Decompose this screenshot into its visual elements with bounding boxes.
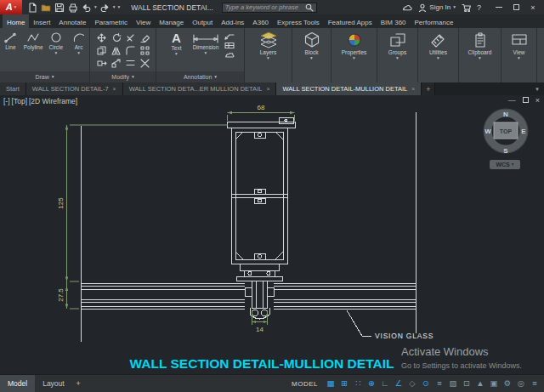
erase-icon[interactable]: [139, 32, 150, 43]
scale-icon[interactable]: [110, 58, 122, 69]
text-tool-button[interactable]: A Text ▾: [166, 30, 187, 71]
tab-bim360[interactable]: BIM 360: [377, 14, 411, 28]
new-file-button[interactable]: [26, 2, 37, 13]
dim-bottom-text[interactable]: 14: [256, 326, 264, 333]
utilities-button[interactable]: Utilities ▾: [418, 28, 458, 61]
open-file-button[interactable]: [40, 2, 51, 13]
dim-top-text[interactable]: 68: [258, 104, 265, 111]
drawing-title-text[interactable]: WALL SECTION DETAIL-MULLION DETAIL: [130, 356, 394, 371]
ortho-icon[interactable]: ∟: [378, 375, 392, 392]
viewcube-west[interactable]: W: [484, 128, 491, 135]
snap-icon[interactable]: ⊞: [337, 375, 351, 392]
search-icon[interactable]: [305, 3, 314, 12]
new-layout-button[interactable]: +: [72, 375, 85, 392]
circle-dropdown-icon[interactable]: ▾: [54, 51, 57, 56]
redo-dropdown-icon[interactable]: ▾: [113, 5, 116, 10]
canvas-restore-button[interactable]: [523, 96, 529, 105]
visual-style-menu-control[interactable]: [2D Wireframe]: [29, 97, 77, 105]
tab-parametric[interactable]: Parametric: [90, 14, 132, 28]
offset-icon[interactable]: [125, 58, 136, 69]
undo-button[interactable]: [81, 2, 92, 13]
search-box[interactable]: [222, 3, 317, 13]
customization-icon[interactable]: ≡: [528, 375, 541, 392]
line-tool-button[interactable]: Line: [0, 30, 21, 71]
viewcube-east[interactable]: E: [521, 128, 526, 135]
fillet-icon[interactable]: [125, 45, 136, 56]
model-space-indicator[interactable]: MODEL: [292, 380, 318, 388]
viewcube-south[interactable]: S: [503, 147, 508, 155]
mirror-icon[interactable]: [110, 45, 122, 56]
plot-button[interactable]: [67, 2, 78, 13]
groups-button[interactable]: Groups ▾: [377, 28, 417, 61]
a360-cloud-icon[interactable]: [402, 4, 412, 11]
grid-icon[interactable]: ▦: [324, 375, 337, 392]
vision-glass-leader[interactable]: [347, 310, 371, 336]
view-button[interactable]: View ▾: [502, 28, 536, 61]
wcs-dropdown[interactable]: WCS ▾: [490, 160, 520, 169]
viewcube[interactable]: N W E S TOP: [476, 102, 536, 158]
tab-home[interactable]: Home: [3, 14, 29, 28]
model-tab[interactable]: Model: [0, 375, 35, 392]
move-icon[interactable]: [96, 32, 107, 43]
properties-button[interactable]: Properties ▾: [332, 28, 377, 61]
tab-performance[interactable]: Performance: [411, 14, 458, 28]
explode-icon[interactable]: [139, 58, 150, 69]
block-button[interactable]: Block ▾: [292, 28, 331, 61]
file-tab-mullion-detail[interactable]: WALL SECTION DETAIL-MULLION DETAIL ×: [276, 82, 422, 95]
file-tab-detail-7[interactable]: WALL SECTION DETAIL-7 ×: [26, 82, 123, 95]
modify-panel-label[interactable]: Modify ▾: [90, 71, 156, 82]
text-dropdown-icon[interactable]: ▾: [175, 52, 178, 57]
copy-icon[interactable]: [96, 45, 107, 56]
tab-a360[interactable]: A360: [248, 14, 273, 28]
trim-icon[interactable]: [125, 32, 136, 43]
dim-left-upper-text[interactable]: 125: [57, 197, 65, 209]
annotation-visibility-icon[interactable]: ▲: [473, 375, 487, 392]
drawing-viewport[interactable]: 68 125 27.5 14 VISION GLASS WALL SECTION…: [0, 95, 544, 374]
dimensions[interactable]: [65, 111, 295, 325]
transparency-icon[interactable]: ▨: [446, 375, 460, 392]
lineweight-icon[interactable]: ≡: [433, 375, 446, 392]
dim-left-lower-text[interactable]: 27.5: [57, 288, 65, 302]
dimension-dropdown-icon[interactable]: ▾: [205, 51, 207, 56]
tab-output[interactable]: Output: [188, 14, 217, 28]
tab-featured-apps[interactable]: Featured Apps: [324, 14, 377, 28]
close-tab-icon[interactable]: ×: [411, 86, 415, 92]
dimension-tool-button[interactable]: Dimension ▾: [189, 30, 223, 71]
isodraft-icon[interactable]: ◇: [405, 375, 419, 392]
draw-panel-label[interactable]: Draw ▾: [0, 71, 89, 82]
search-input[interactable]: [225, 3, 303, 11]
polyline-tool-button[interactable]: Polyline: [23, 30, 44, 71]
canvas-minimize-button[interactable]: —: [508, 96, 516, 105]
tab-view[interactable]: View: [132, 14, 155, 28]
stretch-icon[interactable]: [96, 58, 107, 69]
annotation-panel-label[interactable]: Annotation ▾: [156, 71, 244, 82]
undo-dropdown-icon[interactable]: ▾: [94, 5, 97, 10]
array-icon[interactable]: [139, 45, 150, 56]
qat-customize-icon[interactable]: ▾: [118, 5, 121, 10]
selection-cycling-icon[interactable]: ⊡: [460, 375, 473, 392]
close-button[interactable]: ×: [524, 0, 541, 14]
workspace-gear-icon[interactable]: ⚙: [501, 375, 514, 392]
leader-icon[interactable]: [224, 32, 235, 40]
redo-button[interactable]: [99, 2, 110, 13]
layers-button[interactable]: Layers ▾: [245, 28, 292, 61]
tab-insert[interactable]: Insert: [29, 14, 54, 28]
tab-manage[interactable]: Manage: [155, 14, 188, 28]
mullion-section-geometry[interactable]: [82, 112, 416, 342]
arc-dropdown-icon[interactable]: ▾: [77, 51, 80, 56]
layout-tab[interactable]: Layout: [35, 375, 72, 392]
revision-cloud-icon[interactable]: [224, 51, 235, 59]
tab-addins[interactable]: Add-ins: [217, 14, 248, 28]
viewcube-north[interactable]: N: [503, 111, 508, 118]
dynamic-input-icon[interactable]: ⊕: [365, 375, 378, 392]
arc-tool-button[interactable]: Arc ▾: [68, 30, 89, 71]
file-tab-start[interactable]: Start: [0, 82, 26, 95]
save-button[interactable]: [54, 2, 65, 13]
tab-annotate[interactable]: Annotate: [54, 14, 90, 28]
infer-constraints-icon[interactable]: ∷: [351, 375, 365, 392]
circle-tool-button[interactable]: Circle ▾: [46, 30, 67, 71]
tab-express-tools[interactable]: Express Tools: [273, 14, 324, 28]
vision-glass-label[interactable]: VISION GLASS: [375, 332, 434, 340]
rotate-icon[interactable]: [110, 32, 122, 43]
minimize-button[interactable]: [490, 0, 507, 14]
